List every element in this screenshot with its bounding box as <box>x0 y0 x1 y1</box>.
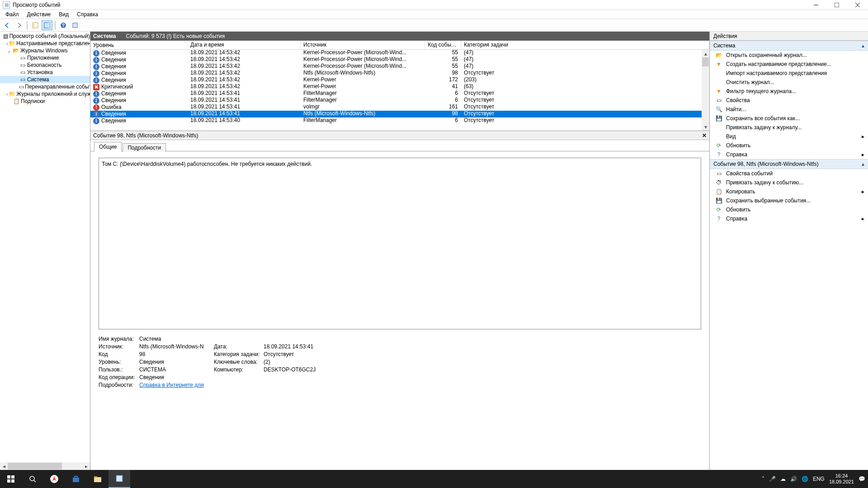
action-filter-log[interactable]: ▼Фильтр текущего журнала... <box>710 87 868 96</box>
tray-volume-icon[interactable]: 🔊 <box>790 476 797 482</box>
menu-help[interactable]: Справка <box>73 10 102 19</box>
col-category[interactable]: Категория задачи <box>461 41 709 49</box>
menu-file[interactable]: Файл <box>2 10 23 19</box>
tree-security[interactable]: ▭Безопасность <box>0 61 90 69</box>
table-row[interactable]: iСведения18.09.2021 14:53:42Kernel-Proce… <box>90 63 709 70</box>
properties-button[interactable] <box>70 20 80 30</box>
tray-onedrive-icon[interactable]: ☁ <box>780 476 786 482</box>
value-source: Ntfs (Microsoft-Windows-N <box>139 343 214 350</box>
table-row[interactable]: iСведения18.09.2021 14:53:42Kernel-Power… <box>90 77 709 84</box>
action-create-custom-view[interactable]: ▼Создать настраиваемое представление... <box>710 60 868 69</box>
close-detail-button[interactable]: ✕ <box>702 132 707 139</box>
action-import-custom-view[interactable]: Импорт настраиваемого представления <box>710 69 868 78</box>
taskbar-app-eventviewer[interactable] <box>108 470 130 488</box>
tab-general[interactable]: Общие <box>94 142 122 151</box>
tree-application[interactable]: ▭Приложение <box>0 54 90 61</box>
tray-mic-icon[interactable]: 🎤 <box>769 476 776 482</box>
tree-horizontal-scrollbar[interactable]: ◂ ▸ <box>0 462 90 470</box>
grid-vertical-scrollbar[interactable]: ▴ ▾ <box>702 50 709 131</box>
taskbar-app-explorer[interactable] <box>87 470 108 488</box>
tree-system[interactable]: ▭Система <box>0 76 90 83</box>
scroll-down-icon[interactable]: ▾ <box>702 123 709 131</box>
tree-forwarded[interactable]: ▭Перенаправленные события <box>0 83 90 90</box>
table-row[interactable]: iСведения18.09.2021 14:53:42Ntfs (Micros… <box>90 70 709 77</box>
action-attach-task-log[interactable]: Привязать задачу к журналу... <box>710 123 868 132</box>
minimize-button[interactable] <box>806 0 826 10</box>
col-source[interactable]: Источник <box>301 41 425 49</box>
taskbar-app-browser[interactable] <box>43 470 65 488</box>
actions-section-system[interactable]: Система▴ <box>710 41 868 51</box>
actions-section-event[interactable]: Событие 98, Ntfs (Microsoft-Windows-Ntfs… <box>710 159 868 169</box>
tree-subs-label: Подписки <box>21 98 45 104</box>
table-row[interactable]: ✖Критический18.09.2021 14:53:42Kernel-Po… <box>90 84 709 90</box>
action-open-saved-log[interactable]: 📂Открыть сохраненный журнал... <box>710 51 868 60</box>
back-button[interactable] <box>2 20 13 30</box>
taskbar[interactable]: ˄ 🎤 ☁ 🔊 🌐 ENG 16:24 18.09.2021 💬 <box>0 470 868 488</box>
tab-details[interactable]: Подробности <box>123 143 166 152</box>
table-row[interactable]: !Ошибка18.09.2021 14:53:41volmgr161Отсут… <box>90 104 709 111</box>
action-event-properties[interactable]: ▭Свойства событий <box>710 169 868 178</box>
scroll-left-icon[interactable]: ◂ <box>0 462 8 470</box>
table-row[interactable]: iСведения18.09.2021 14:53:40FilterManage… <box>90 117 709 124</box>
tray-network-icon[interactable]: 🌐 <box>802 476 808 482</box>
show-tree-button[interactable] <box>30 20 41 30</box>
action-save-all[interactable]: 💾Сохранить все события как... <box>710 114 868 123</box>
col-code[interactable]: Код события <box>425 41 461 49</box>
search-button[interactable] <box>22 470 43 488</box>
table-row[interactable]: iСведения18.09.2021 14:53:42Kernel-Proce… <box>90 56 709 63</box>
tray-date: 18.09.2021 <box>829 479 854 485</box>
tray-clock[interactable]: 16:24 18.09.2021 <box>829 473 854 485</box>
action-refresh[interactable]: ⟳Обновить <box>710 141 868 150</box>
action-help-event[interactable]: ?Справка▸ <box>710 214 868 223</box>
action-view[interactable]: Вид▸ <box>710 132 868 141</box>
action-help[interactable]: ?Справка▸ <box>710 150 868 159</box>
action-properties[interactable]: ▭Свойства <box>710 96 868 105</box>
table-row[interactable]: iСведения18.09.2021 14:53:41Ntfs (Micros… <box>90 111 709 117</box>
tree-setup[interactable]: ▭Установка <box>0 69 90 76</box>
scroll-thumb[interactable] <box>8 463 62 469</box>
tree-root[interactable]: ▤Просмотр событий (Локальный) <box>0 33 90 40</box>
log-icon: ▭ <box>19 61 26 69</box>
scroll-thumb[interactable] <box>702 57 709 66</box>
label-computer: Компьютер: <box>214 366 264 373</box>
help-button[interactable]: ? <box>58 20 69 30</box>
show-actions-button[interactable] <box>42 20 52 30</box>
cell-date: 18.09.2021 14:53:42 <box>188 84 301 90</box>
navigation-tree[interactable]: ▤Просмотр событий (Локальный) ›📁Настраив… <box>0 32 90 470</box>
events-grid[interactable]: Уровень Дата и время Источник Код событи… <box>90 41 709 131</box>
table-row[interactable]: iСведения18.09.2021 14:53:42Kernel-Proce… <box>90 50 709 56</box>
table-row[interactable]: iСведения18.09.2021 14:53:41FilterManage… <box>90 90 709 97</box>
action-attach-task-event[interactable]: ⏱Привязать задачу к событию... <box>710 178 868 187</box>
maximize-button[interactable] <box>826 0 847 10</box>
start-button[interactable] <box>0 470 22 488</box>
action-clear-log[interactable]: Очистить журнал... <box>710 78 868 87</box>
menu-view[interactable]: Вид <box>55 10 72 19</box>
scroll-right-icon[interactable]: ▸ <box>82 462 90 470</box>
tray-chevron-icon[interactable]: ˄ <box>762 476 764 482</box>
collapse-icon[interactable]: ▴ <box>862 42 864 49</box>
menu-action[interactable]: Действие <box>24 10 55 19</box>
action-find[interactable]: 🔍Найти... <box>710 105 868 114</box>
close-button[interactable] <box>847 0 868 10</box>
system-tray[interactable]: ˄ 🎤 ☁ 🔊 🌐 ENG 16:24 18.09.2021 💬 <box>762 473 868 485</box>
tray-notifications-icon[interactable]: 💬 <box>859 476 865 482</box>
tree-custom-views[interactable]: ›📁Настраиваемые представления <box>0 40 90 47</box>
table-row[interactable]: iСведения18.09.2021 14:53:41FilterManage… <box>90 97 709 104</box>
action-save-selected[interactable]: 💾Сохранить выбранные события... <box>710 196 868 205</box>
online-help-link[interactable]: Справка в Интернете для <box>139 382 204 388</box>
col-date[interactable]: Дата и время <box>188 41 301 49</box>
forward-button[interactable] <box>14 20 24 30</box>
detail-title: Событие 98, Ntfs (Microsoft-Windows-Ntfs… <box>93 132 198 139</box>
tray-language[interactable]: ENG <box>813 476 825 482</box>
cell-level: Сведения <box>101 50 126 56</box>
action-refresh-event[interactable]: ⟳Обновить <box>710 205 868 214</box>
action-copy[interactable]: 📋Копировать▸ <box>710 187 868 196</box>
tree-subscriptions[interactable]: 📋Подписки <box>0 98 90 105</box>
collapse-icon[interactable]: ▴ <box>862 161 864 167</box>
taskbar-app-store[interactable] <box>65 470 87 488</box>
tree-winlogs-label: Журналы Windows <box>20 47 67 54</box>
tree-windows-logs[interactable]: ⌄📂Журналы Windows <box>0 47 90 54</box>
scroll-up-icon[interactable]: ▴ <box>702 50 709 57</box>
col-level[interactable]: Уровень <box>90 41 188 49</box>
tree-app-services[interactable]: ›📁Журналы приложений и служб <box>0 90 90 98</box>
